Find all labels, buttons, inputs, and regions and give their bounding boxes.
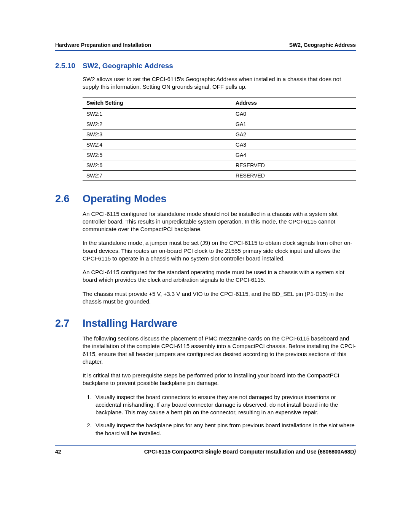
heading-title: Operating Modes (83, 193, 167, 204)
para-2-6-1: An CPCI-6115 configured for standalone m… (83, 210, 356, 233)
cell: RESERVED (232, 160, 356, 170)
heading-number: 2.6 (55, 193, 83, 205)
col-switch-setting: Switch Setting (83, 97, 232, 109)
page-number: 42 (55, 449, 70, 455)
cell: RESERVED (232, 170, 356, 181)
footer-title-tail: ) (354, 449, 356, 455)
cell: SW2:4 (83, 139, 232, 150)
table-row: SW2:2GA1 (83, 119, 356, 129)
cell: SW2:1 (83, 109, 232, 119)
table-row: SW2:7RESERVED (83, 170, 356, 181)
list-item: Visually inspect the board connectors to… (93, 393, 356, 417)
table-row: SW2:4GA3 (83, 139, 356, 150)
cell: SW2:2 (83, 119, 232, 129)
cell: SW2:6 (83, 160, 232, 170)
header-left: Hardware Preparation and Installation (55, 42, 151, 48)
heading-number: 2.7 (55, 318, 83, 329)
prerequisite-steps: Visually inspect the board connectors to… (83, 393, 356, 437)
col-address: Address (232, 97, 356, 109)
cell: GA4 (232, 150, 356, 160)
cell: SW2:7 (83, 170, 232, 181)
heading-2-5-10: 2.5.10SW2, Geographic Address (55, 62, 356, 70)
cell: GA0 (232, 109, 356, 119)
footer-doc-title: CPCI-6115 CompactPCI Single Board Comput… (70, 449, 356, 455)
cell: GA2 (232, 129, 356, 139)
para-2-7-2: It is critical that two prerequisite ste… (83, 372, 356, 387)
para-2-6-3: An CPCI-6115 configured for the standard… (83, 268, 356, 284)
table-row: SW2:6RESERVED (83, 160, 356, 170)
cell: SW2:3 (83, 129, 232, 139)
running-header: Hardware Preparation and Installation SW… (55, 42, 356, 48)
list-item: Visually inspect the backplane pins for … (93, 422, 356, 437)
table-row: SW2:5GA4 (83, 150, 356, 160)
heading-title: SW2, Geographic Address (83, 62, 173, 70)
table-header-row: Switch Setting Address (83, 97, 356, 109)
table-row: SW2:1GA0 (83, 109, 356, 119)
switch-address-table: Switch Setting Address SW2:1GA0 SW2:2GA1… (83, 97, 356, 181)
para-2-5-10: SW2 allows user to set the CPCI-6115's G… (83, 75, 356, 91)
para-2-6-4: The chassis must provide +5 V, +3.3 V an… (83, 290, 356, 306)
cell: SW2:5 (83, 150, 232, 160)
table-row: SW2:3GA2 (83, 129, 356, 139)
footer-title-main: CPCI-6115 CompactPCI Single Board Comput… (144, 449, 354, 455)
running-footer: 42 CPCI-6115 CompactPCI Single Board Com… (55, 449, 356, 455)
footer-rule (55, 445, 356, 446)
cell: GA1 (232, 119, 356, 129)
heading-2-7: 2.7Installing Hardware (55, 318, 356, 329)
header-rule (55, 50, 356, 51)
header-right: SW2, Geographic Address (289, 42, 356, 48)
heading-number: 2.5.10 (55, 62, 83, 70)
para-2-6-2: In the standalone mode, a jumper must be… (83, 239, 356, 262)
heading-2-6: 2.6Operating Modes (55, 193, 356, 205)
heading-title: Installing Hardware (83, 318, 177, 329)
para-2-7-1: The following sections discuss the place… (83, 335, 356, 366)
cell: GA3 (232, 139, 356, 150)
